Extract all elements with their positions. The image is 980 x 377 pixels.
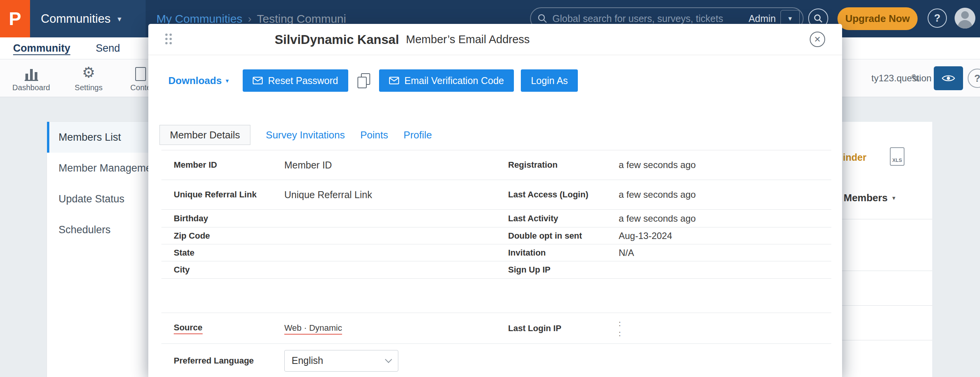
field-label: Registration: [508, 160, 619, 170]
field-label: Double opt in sent: [508, 231, 619, 241]
modal-tabs: Member Details Survey Invitations Points…: [159, 125, 432, 145]
field-value: N/A: [619, 247, 831, 258]
reset-password-button[interactable]: Reset Password: [243, 69, 348, 92]
member-details-modal: SilviDynamic Kansal Member’s Email Addre…: [148, 24, 842, 377]
email-verification-label: Email Verification Code: [404, 75, 504, 86]
selected-language: English: [292, 355, 323, 366]
user-avatar[interactable]: [955, 8, 975, 29]
breadcrumb-separator-icon: ›: [248, 13, 251, 25]
tab-member-details[interactable]: Member Details: [159, 125, 250, 145]
last-login-ip-line1: :: [619, 318, 831, 328]
drag-handle-icon[interactable]: [165, 34, 172, 44]
modal-title-group: SilviDynamic Kansal Member’s Email Addre…: [275, 24, 530, 55]
field-label: Last Login IP: [508, 323, 619, 333]
search-icon: [537, 13, 548, 24]
toolbar-item-dashboard[interactable]: Dashboard: [10, 64, 52, 92]
envelope-icon: [253, 77, 263, 84]
nav-tab-send[interactable]: Send: [96, 42, 120, 54]
field-label: Birthday: [161, 214, 284, 224]
close-icon[interactable]: ×: [810, 32, 825, 47]
product-name: Communities: [41, 12, 111, 26]
table-row: State Invitation N/A: [161, 244, 831, 261]
member-details-table: Member ID Member ID Registration a few s…: [161, 150, 831, 377]
questionpro-logo: P: [0, 0, 30, 37]
field-value: English: [284, 350, 508, 372]
breadcrumb-current: Testing Communi: [257, 12, 346, 25]
chevron-down-icon: ▾: [892, 194, 895, 202]
field-value: : :: [619, 318, 831, 338]
eye-icon: [942, 74, 955, 82]
breadcrumb-my-communities[interactable]: My Communities: [156, 12, 242, 25]
toolbar-item-label: Dashboard: [12, 83, 50, 92]
field-label: Last Access (Login): [508, 190, 619, 200]
document-icon: [135, 64, 146, 81]
chevron-down-icon: ▾: [117, 14, 121, 24]
tab-points[interactable]: Points: [360, 129, 388, 141]
tab-survey-invitations[interactable]: Survey Invitations: [266, 129, 345, 141]
product-switcher[interactable]: Communities ▾: [30, 0, 146, 37]
members-filter-dropdown[interactable]: Members ▾: [844, 192, 895, 204]
field-label: City: [161, 265, 284, 275]
copy-icon[interactable]: [357, 73, 370, 88]
field-label: Invitation: [508, 248, 619, 258]
field-value: Web · Dynamic: [284, 322, 508, 335]
members-filter-label: Members: [844, 192, 888, 204]
table-row: Unique Referral Link Unique Referral Lin…: [161, 180, 831, 210]
chevron-down-icon: [385, 356, 392, 363]
help-button[interactable]: ?: [928, 8, 947, 28]
email-verification-button[interactable]: Email Verification Code: [379, 69, 514, 92]
chevron-down-icon: ▾: [226, 77, 229, 84]
avatar-head-shape: [961, 11, 969, 19]
field-label: Preferred Language: [161, 356, 284, 366]
field-label: Source: [161, 323, 284, 334]
field-value: Unique Referral Link: [284, 189, 508, 200]
help-button-secondary[interactable]: ?: [968, 69, 980, 88]
last-login-ip-line2: :: [619, 328, 831, 338]
table-row: Member ID Member ID Registration a few s…: [161, 150, 831, 180]
preview-eye-button[interactable]: [934, 66, 963, 90]
field-value: Aug-13-2024: [619, 231, 831, 241]
field-value: a few seconds ago: [619, 189, 831, 200]
edit-pencil-icon[interactable]: ✎: [911, 59, 920, 97]
bar-chart-icon: [25, 64, 38, 81]
modal-actions: Downloads ▾ Reset Password Email Verific…: [168, 69, 578, 92]
field-label: Member ID: [161, 160, 284, 170]
member-email-subtitle: Member’s Email Address: [406, 33, 530, 46]
downloads-dropdown[interactable]: Downloads ▾: [168, 75, 229, 87]
app-root: P Communities ▾ My Communities › Testing…: [0, 0, 980, 377]
member-name-title: SilviDynamic Kansal: [275, 32, 399, 47]
toolbar-item-label: Conte: [130, 83, 151, 92]
search-scope-label: Admin: [748, 13, 776, 24]
upgrade-now-button[interactable]: Upgrade Now: [837, 7, 918, 30]
table-row: Zip Code Double opt in sent Aug-13-2024: [161, 227, 831, 244]
table-row: City Sign Up IP: [161, 261, 831, 279]
table-row: Birthday Last Activity a few seconds ago: [161, 210, 831, 227]
field-label: Last Activity: [508, 214, 619, 224]
login-as-label: Login As: [531, 75, 568, 86]
global-search-input[interactable]: [552, 13, 744, 24]
downloads-label: Downloads: [168, 75, 222, 87]
field-value: a few seconds ago: [619, 213, 831, 224]
source-label: Source: [174, 323, 203, 334]
nav-tab-community[interactable]: Community: [13, 42, 70, 54]
table-row-empty: [161, 279, 831, 313]
field-label: Sign Up IP: [508, 265, 619, 275]
table-row: Source Web · Dynamic Last Login IP : :: [161, 313, 831, 344]
search-icon: [813, 13, 823, 24]
tab-profile[interactable]: Profile: [404, 129, 432, 141]
xls-icon-label: XLS: [892, 157, 902, 163]
login-as-button[interactable]: Login As: [521, 69, 578, 92]
field-label: State: [161, 248, 284, 258]
reset-password-label: Reset Password: [268, 75, 338, 86]
field-value: Member ID: [284, 160, 508, 171]
avatar-body-shape: [958, 20, 972, 29]
community-url-fragment: ty123.question: [871, 59, 931, 97]
toolbar-item-label: Settings: [75, 83, 102, 92]
export-xls-icon[interactable]: XLS: [890, 147, 904, 166]
source-value: Web · Dynamic: [284, 323, 342, 335]
toolbar-item-settings[interactable]: ⚙ Settings: [67, 64, 110, 92]
field-value: a few seconds ago: [619, 160, 831, 170]
preferred-language-select[interactable]: English: [284, 350, 398, 372]
modal-header: SilviDynamic Kansal Member’s Email Addre…: [148, 24, 842, 55]
send-reminder-link-fragment[interactable]: inder: [843, 152, 866, 163]
